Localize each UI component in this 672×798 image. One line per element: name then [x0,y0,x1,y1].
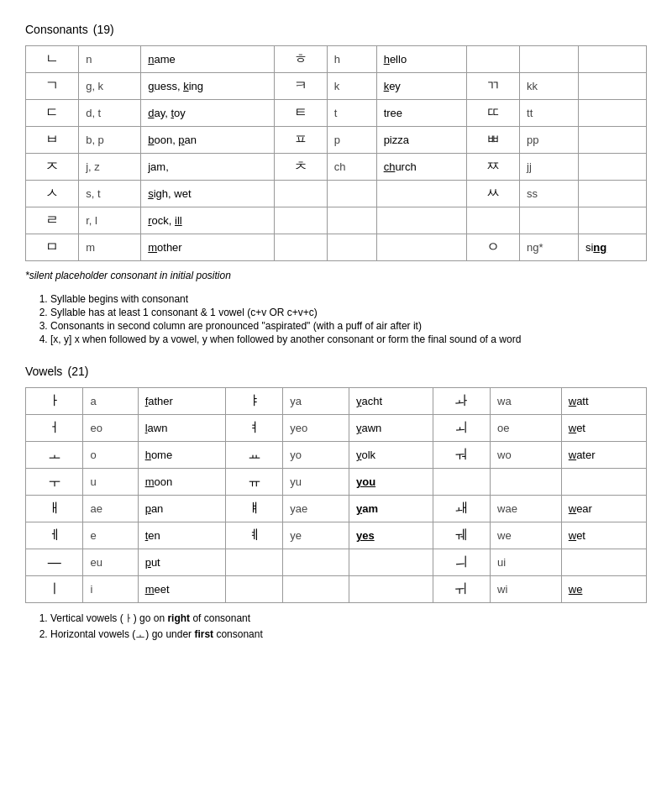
roman-trans: tt [520,100,579,127]
consonants-note-4: [x, y] x when followed by a vowel, y whe… [50,333,647,345]
consonants-note-2: Syllable has at least 1 consonant & 1 vo… [50,307,647,318]
korean-char: ㅂ [26,127,79,154]
roman-trans: s, t [79,181,141,207]
example-word [376,207,466,234]
korean-char: — [26,549,83,576]
example-word: yes [349,522,433,549]
consonants-note-3: Consonants in second column are pronounc… [50,320,647,332]
example-word: key [376,73,466,100]
korean-char: ㅏ [26,388,83,415]
roman-trans: n [79,46,141,73]
korean-char: ㅇ [466,234,519,261]
korean-char [225,549,282,576]
vowels-note-1: Vertical vowels (ㅏ) go on right of conso… [50,612,647,626]
roman-trans: yo [283,442,349,469]
roman-trans: pp [520,127,579,154]
example-word: pizza [376,127,466,154]
example-word: jam, [141,154,274,181]
example-word: father [138,388,225,415]
example-word [578,46,646,73]
consonants-table: ㄴ n name ㅎ h hello ㄱ g, k guess, king ㅋ … [25,45,647,261]
roman-trans: jj [520,154,579,181]
example-word: guess, king [141,73,274,100]
roman-trans [327,207,376,234]
korean-char: ㅍ [274,127,327,154]
roman-trans: g, k [79,73,141,100]
korean-char: ㅠ [225,469,282,496]
roman-trans: kk [520,73,579,100]
example-word: boon, pan [141,127,274,154]
vowels-notes-list: Vertical vowels (ㅏ) go on right of conso… [50,612,647,642]
korean-char: ㅆ [466,181,519,207]
korean-char [466,207,519,234]
example-word [578,154,646,181]
example-word [376,181,466,207]
roman-trans: eu [83,549,138,576]
consonants-title-text: Consonants [25,23,88,36]
example-word: hello [376,46,466,73]
roman-trans: yu [283,469,349,496]
roman-trans [283,576,349,603]
vowels-title-text: Vowels [25,365,62,378]
example-word: home [138,442,225,469]
roman-trans: ye [283,522,349,549]
table-row: ㅂ b, p boon, pan ㅍ p pizza ㅃ pp [26,127,647,154]
example-word [561,549,646,576]
roman-trans [327,234,376,261]
roman-trans: oe [491,415,562,442]
korean-char: ㅘ [433,388,490,415]
roman-trans: wo [491,442,562,469]
roman-trans: ui [491,549,562,576]
korean-char: ㅖ [225,522,282,549]
example-word: water [561,442,646,469]
roman-trans: j, z [79,154,141,181]
korean-char: ㅢ [433,549,490,576]
korean-char [274,234,327,261]
example-word: yawn [349,415,433,442]
table-row: ㅏ a father ㅑ ya yacht ㅘ wa watt [26,388,647,415]
korean-char: ㅟ [433,576,490,603]
example-word: yolk [349,442,433,469]
vowels-table: ㅏ a father ㅑ ya yacht ㅘ wa watt ㅓ eo law… [25,387,647,603]
roman-trans: k [327,73,376,100]
korean-char: ㅜ [26,469,83,496]
example-word [349,576,433,603]
roman-trans: we [491,522,562,549]
korean-char: ㅝ [433,442,490,469]
korean-char: ㅈ [26,154,79,181]
korean-char: ㄷ [26,100,79,127]
example-word: day, toy [141,100,274,127]
korean-char [274,207,327,234]
table-row: ㅜ u moon ㅠ yu you [26,469,647,496]
roman-trans: i [83,576,138,603]
korean-char: ㄴ [26,46,79,73]
roman-trans: t [327,100,376,127]
roman-trans: d, t [79,100,141,127]
example-word: yam [349,496,433,522]
roman-trans: eo [83,415,138,442]
table-row: ㄴ n name ㅎ h hello [26,46,647,73]
roman-trans: ch [327,154,376,181]
korean-char: ㅓ [26,415,83,442]
korean-char: ㅎ [274,46,327,73]
korean-char: ㄱ [26,73,79,100]
korean-char [433,469,490,496]
korean-char: ㅋ [274,73,327,100]
table-row: ㄱ g, k guess, king ㅋ k key ㄲ kk [26,73,647,100]
roman-trans: wa [491,388,562,415]
example-word: sing [578,234,646,261]
example-word [578,100,646,127]
roman-trans: wi [491,576,562,603]
korean-char: ㅊ [274,154,327,181]
roman-trans: e [83,522,138,549]
table-row: ㅐ ae pan ㅒ yae yam ㅙ wae wear [26,496,647,522]
korean-char: ㅅ [26,181,79,207]
roman-trans [491,469,562,496]
consonants-notes-list: Syllable begins with consonant Syllable … [50,293,647,345]
consonants-count: (19) [93,23,114,36]
korean-char [466,46,519,73]
korean-char: ㄸ [466,100,519,127]
table-row: ㅔ e ten ㅖ ye yes ㅞ we wet [26,522,647,549]
roman-trans [283,549,349,576]
vowels-note-2: Horizontal vowels (ㅗ) go under first con… [50,627,647,642]
